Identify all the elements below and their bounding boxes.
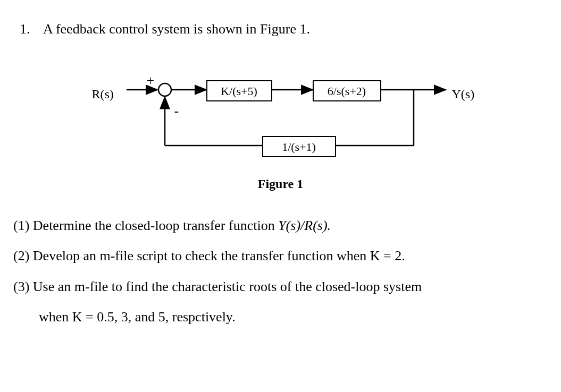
input-signal-label: R(s) bbox=[92, 82, 114, 107]
question-2: (2) Develop an m-file script to check th… bbox=[13, 243, 548, 269]
forward-block-2: 6/s(s+2) bbox=[313, 80, 381, 101]
svg-point-1 bbox=[158, 83, 171, 96]
intro-text: A feedback control system is shown in Fi… bbox=[43, 21, 310, 37]
problem-number: 1. bbox=[20, 21, 30, 37]
plus-sign: + bbox=[147, 67, 155, 93]
figure-caption: Figure 1 bbox=[13, 172, 548, 197]
block-diagram: R(s) + - K/(s+5) 6/s(s+2) Y(s) 1/(s+1) bbox=[73, 58, 488, 161]
question-3: (3) Use an m-file to find the characteri… bbox=[13, 274, 548, 300]
question-1-expression: Y(s)/R(s). bbox=[278, 218, 331, 233]
question-1-prefix: (1) Determine the closed-loop transfer f… bbox=[13, 218, 278, 233]
question-1: (1) Determine the closed-loop transfer f… bbox=[13, 212, 548, 238]
forward-block-1: K/(s+5) bbox=[206, 80, 272, 101]
problem-intro-line: 1. A feedback control system is shown in… bbox=[20, 16, 548, 42]
question-3-continued: when K = 0.5, 3, and 5, respctively. bbox=[39, 304, 548, 330]
minus-sign: - bbox=[174, 98, 179, 124]
output-signal-label: Y(s) bbox=[452, 82, 475, 107]
feedback-block: 1/(s+1) bbox=[262, 136, 336, 157]
